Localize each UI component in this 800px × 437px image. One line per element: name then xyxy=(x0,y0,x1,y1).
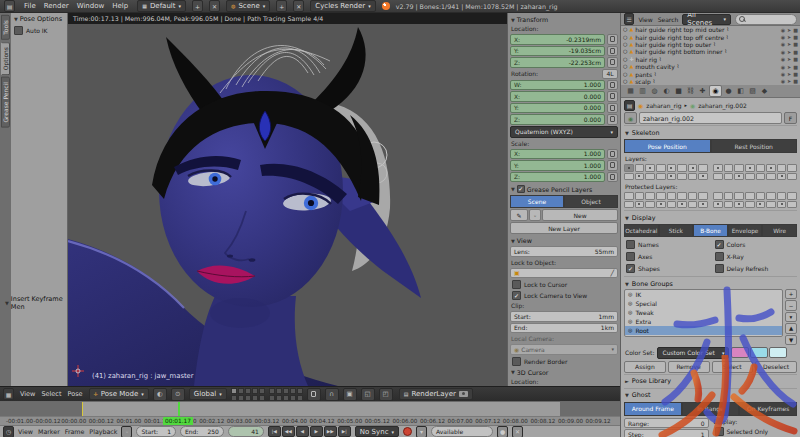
play-reverse-button[interactable]: ◀ xyxy=(296,426,309,437)
location-z[interactable]: Z:-22.253cm xyxy=(510,57,605,68)
props-tab-material[interactable]: ◧ xyxy=(735,86,746,96)
jump-end-button[interactable]: ▶| xyxy=(338,426,351,437)
bone-group-row[interactable]: ◎Root xyxy=(625,326,782,335)
rotation-x[interactable]: X:0.000 xyxy=(510,91,605,102)
color-swatch[interactable] xyxy=(750,347,768,358)
scene-layer-toggle[interactable] xyxy=(238,395,244,401)
bone-groups-list[interactable]: ◎IK◎Special◎Tweak◎Extra◎Root xyxy=(624,289,783,337)
renderability-camera-icon[interactable]: ■ xyxy=(793,56,798,62)
layer-toggle[interactable] xyxy=(624,173,634,181)
tl-menu-playback[interactable]: Playback xyxy=(89,428,117,435)
layer-toggle[interactable] xyxy=(635,164,645,172)
layer-toggle[interactable] xyxy=(724,173,734,181)
remove-button[interactable]: Remove xyxy=(668,361,710,373)
keying-set-icon[interactable]: ▾ xyxy=(416,426,427,437)
selectability-icon[interactable]: ➤ xyxy=(787,56,791,62)
layer-toggle[interactable] xyxy=(635,173,645,181)
ghost-range-field[interactable]: Range:0 xyxy=(624,418,709,429)
layer-toggle[interactable] xyxy=(766,164,776,172)
layer-toggle[interactable] xyxy=(777,173,787,181)
display-mode-b-bone[interactable]: B-Bone xyxy=(693,224,728,237)
layer-toggle[interactable] xyxy=(724,164,734,172)
display-mode-envelope[interactable]: Envelope xyxy=(728,224,763,237)
renderability-camera-icon[interactable]: ■ xyxy=(793,49,798,55)
end-frame-field[interactable]: End:250 xyxy=(180,426,224,437)
ghost-tab-on-keyframes[interactable]: On Keyframes xyxy=(739,402,797,416)
layer-toggle[interactable] xyxy=(777,164,787,172)
scene-layer-toggle[interactable] xyxy=(276,388,282,394)
layer-toggle[interactable] xyxy=(745,164,755,172)
layer-toggle[interactable] xyxy=(724,201,734,209)
display-mode-stick[interactable]: Stick xyxy=(659,224,694,237)
props-tab-constraints[interactable]: ⛓ xyxy=(685,86,696,96)
outliner-editor-icon[interactable]: ☰ xyxy=(624,13,634,25)
renderability-camera-icon[interactable]: ■ xyxy=(793,34,798,40)
renderability-camera-icon[interactable]: ■ xyxy=(793,41,798,47)
layer-toggle[interactable] xyxy=(756,164,766,172)
layer-toggle[interactable] xyxy=(656,164,666,172)
layers-widget-2[interactable] xyxy=(269,388,303,401)
scene-layer-toggle[interactable] xyxy=(297,395,303,401)
visibility-eye-icon[interactable]: ◉ xyxy=(781,41,785,47)
insert-key-button[interactable]: ● xyxy=(497,426,508,437)
layer-toggle[interactable] xyxy=(624,192,634,200)
lock-icon[interactable] xyxy=(607,103,618,114)
layer-toggle[interactable] xyxy=(688,192,698,200)
outliner-row[interactable]: ○▲hair guide right top off centre⌇◉➤■ xyxy=(621,33,800,40)
cursor-panel-header[interactable]: ▼3D Cursor xyxy=(510,367,618,377)
scene-layer-toggle[interactable] xyxy=(252,395,258,401)
auto-keyframe-record-button[interactable] xyxy=(403,427,412,436)
lock-icon[interactable] xyxy=(607,80,618,91)
current-frame-field[interactable]: 41 xyxy=(228,426,264,437)
layer-toggle[interactable] xyxy=(635,192,645,200)
gpencil-panel-header[interactable]: ▼Grease Pencil Layers xyxy=(510,183,618,194)
lock-to-cursor-checkbox[interactable]: Lock to Cursor xyxy=(510,279,618,290)
props-tab-physics[interactable]: ◆ xyxy=(759,86,770,96)
pose-options-panel-header[interactable]: ▼Pose Options xyxy=(12,13,67,25)
layer-toggle[interactable] xyxy=(713,201,723,209)
outliner-item-name[interactable]: hair guide right bottom inner xyxy=(635,48,722,55)
outliner-item-name[interactable]: scalp xyxy=(635,78,651,85)
outliner-filter-dropdown[interactable]: All Scenes▾ xyxy=(682,14,731,25)
bone-group-row[interactable]: ◎Special xyxy=(625,299,782,308)
layer-toggle[interactable] xyxy=(713,173,723,181)
outliner-row[interactable]: ○▲hair guide right top mid outer⌇◉➤■ xyxy=(621,26,800,33)
skeleton-panel-header[interactable]: ▼Skeleton xyxy=(624,125,797,138)
layer-toggle[interactable] xyxy=(745,173,755,181)
outliner-row[interactable]: ○▲scalp⌇◉➤■ xyxy=(621,78,800,85)
tl-menu-marker[interactable]: Marker xyxy=(38,428,60,435)
color-set-dropdown[interactable]: Custom Color Set▾ xyxy=(657,347,729,359)
bone-group-row[interactable]: ◎IK xyxy=(625,290,782,299)
bone-group-side-button[interactable]: ▾ xyxy=(785,312,797,322)
layer-toggle[interactable] xyxy=(635,201,645,209)
scene-layer-toggle[interactable] xyxy=(231,388,237,394)
props-tab-bone[interactable]: ● xyxy=(723,86,734,96)
display-check-shapes[interactable]: Shapes xyxy=(624,263,709,274)
ghost-tab-in-range[interactable]: In Range xyxy=(682,402,740,416)
add-scene-button[interactable]: + xyxy=(276,0,287,12)
assign-button[interactable]: Assign xyxy=(624,361,666,373)
sync-dropdown[interactable]: No Sync▾ xyxy=(355,426,399,437)
vp-menu-view[interactable]: View xyxy=(18,390,37,398)
props-tab-object[interactable]: ■ xyxy=(673,86,684,96)
snap-element-icon[interactable]: ▣ xyxy=(343,388,357,401)
layer-toggle[interactable] xyxy=(645,173,655,181)
menu-window[interactable]: Window xyxy=(74,2,108,10)
outliner-item-name[interactable]: hair guide right top off centre xyxy=(635,34,724,41)
scale-x[interactable]: X:1.000 xyxy=(510,149,605,160)
scene-layer-toggle[interactable] xyxy=(290,388,296,394)
layer-toggle[interactable] xyxy=(645,192,655,200)
outliner-item-name[interactable]: hair guide right top mid outer xyxy=(635,26,724,33)
props-tab-render[interactable]: ▦ xyxy=(625,86,636,96)
outliner-row[interactable]: ○▲mouth cavity⌇◉➤■ xyxy=(621,63,800,70)
layer-toggle[interactable] xyxy=(688,173,698,181)
scene-layer-toggle[interactable] xyxy=(290,395,296,401)
scene-layer-toggle[interactable] xyxy=(245,395,251,401)
rotation-mode-dropdown[interactable]: Quaternion (WXYZ)▾ xyxy=(510,126,618,138)
menu-help[interactable]: Help xyxy=(109,2,131,10)
keying-set-dropdown[interactable]: Available xyxy=(431,426,493,437)
selectability-icon[interactable]: ➤ xyxy=(787,78,791,84)
layer-toggle[interactable] xyxy=(756,192,766,200)
bone-group-row[interactable]: ◎Tweak xyxy=(625,308,782,317)
datablock-name-field[interactable]: zaharan_rig.002 xyxy=(639,112,782,124)
